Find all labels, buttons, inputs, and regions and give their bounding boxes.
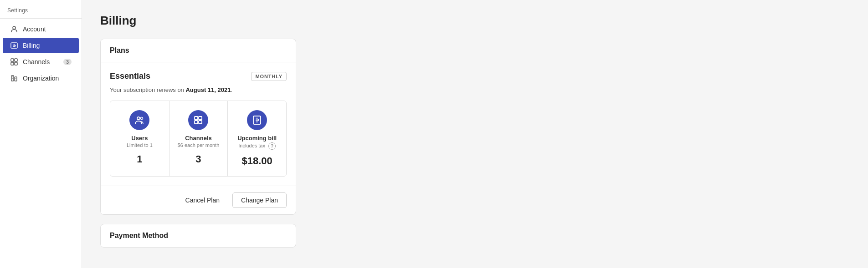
plans-card-header: Plans bbox=[101, 39, 296, 62]
stats-grid: Users Limited to 1 1 Channels bbox=[110, 101, 287, 177]
payment-method-card: Payment Method bbox=[100, 224, 296, 248]
building-icon bbox=[10, 74, 18, 82]
channels-value: 3 bbox=[195, 153, 201, 165]
sidebar-item-organization-label: Organization bbox=[23, 75, 59, 82]
sidebar: Settings Account Billing bbox=[0, 0, 82, 268]
plan-name: Essentials bbox=[110, 71, 150, 81]
upcoming-label: Upcoming bill bbox=[237, 135, 277, 142]
change-plan-button[interactable]: Change Plan bbox=[232, 192, 287, 208]
page-title: Billing bbox=[100, 14, 850, 28]
sidebar-item-channels[interactable]: Channels 3 bbox=[3, 54, 79, 70]
plan-badge: MONTHLY bbox=[251, 72, 287, 81]
dollar-icon bbox=[10, 41, 18, 50]
svg-point-11 bbox=[137, 117, 140, 120]
svg-rect-16 bbox=[199, 121, 202, 124]
renewal-prefix: Your subscription renews on bbox=[110, 86, 185, 93]
svg-point-0 bbox=[13, 26, 15, 29]
users-sublabel: Limited to 1 bbox=[127, 142, 153, 148]
upcoming-sublabel: Includes tax ? bbox=[238, 142, 276, 150]
svg-rect-15 bbox=[195, 121, 198, 124]
svg-point-12 bbox=[141, 117, 143, 120]
main-content: Billing Plans Essentials MONTHLY Your su… bbox=[82, 0, 868, 268]
stat-channels: Channels $6 each per month 3 bbox=[169, 101, 228, 176]
svg-rect-4 bbox=[11, 62, 14, 65]
plan-header: Essentials MONTHLY bbox=[110, 71, 287, 81]
svg-rect-2 bbox=[11, 59, 14, 61]
sidebar-item-organization[interactable]: Organization bbox=[3, 71, 79, 86]
sidebar-item-channels-label: Channels bbox=[23, 58, 50, 66]
plans-card-body: Essentials MONTHLY Your subscription ren… bbox=[101, 62, 296, 186]
users-icon bbox=[129, 110, 149, 130]
renewal-suffix: . bbox=[231, 86, 232, 93]
users-label: Users bbox=[131, 135, 148, 142]
renewal-text: Your subscription renews on August 11, 2… bbox=[110, 86, 287, 93]
payment-method-header: Payment Method bbox=[101, 224, 296, 247]
svg-rect-5 bbox=[15, 62, 17, 65]
channels-stat-label: Channels bbox=[185, 135, 212, 142]
sidebar-item-billing[interactable]: Billing bbox=[3, 38, 79, 53]
stat-users: Users Limited to 1 1 bbox=[110, 101, 169, 176]
upcoming-sublabel-text: Includes tax bbox=[238, 143, 265, 148]
svg-rect-13 bbox=[195, 116, 198, 120]
plans-card-footer: Cancel Plan Change Plan bbox=[101, 186, 296, 214]
channels-stat-sublabel: $6 each per month bbox=[178, 142, 220, 148]
svg-rect-7 bbox=[15, 77, 17, 81]
sidebar-divider bbox=[0, 18, 82, 19]
channels-icon bbox=[188, 110, 208, 130]
sidebar-item-account[interactable]: Account bbox=[3, 21, 79, 37]
renewal-date: August 11, 2021 bbox=[185, 86, 231, 93]
stat-upcoming-bill: Upcoming bill Includes tax ? $18.00 bbox=[227, 101, 286, 176]
svg-rect-3 bbox=[15, 59, 17, 61]
sidebar-header: Settings bbox=[0, 4, 82, 18]
plans-card: Plans Essentials MONTHLY Your subscripti… bbox=[100, 39, 296, 215]
channels-badge: 3 bbox=[63, 59, 72, 65]
cancel-plan-button[interactable]: Cancel Plan bbox=[177, 192, 228, 208]
person-icon bbox=[10, 25, 18, 33]
bill-icon bbox=[247, 110, 267, 130]
sidebar-item-billing-label: Billing bbox=[23, 42, 40, 49]
help-icon[interactable]: ? bbox=[268, 142, 276, 150]
upcoming-value: $18.00 bbox=[242, 155, 272, 167]
svg-rect-14 bbox=[199, 116, 202, 120]
sidebar-item-account-label: Account bbox=[23, 25, 46, 33]
users-value: 1 bbox=[137, 153, 142, 165]
grid-icon bbox=[10, 58, 18, 66]
